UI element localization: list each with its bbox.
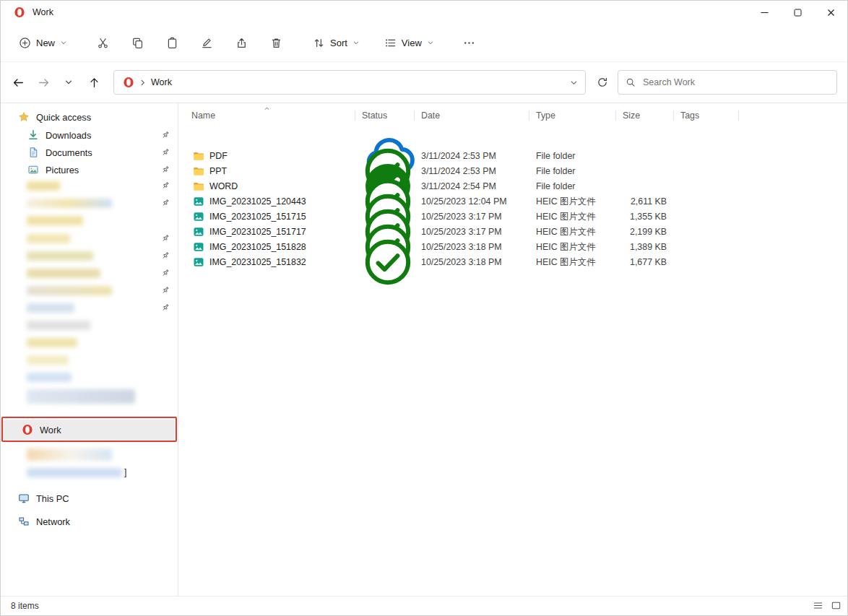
file-type: File folder [529, 181, 616, 191]
file-row[interactable]: PDF3/11/2024 2:53 PMFile folder [178, 129, 847, 144]
sidebar-item-redacted[interactable] [1, 213, 178, 227]
sidebar-item-redacted[interactable] [1, 447, 178, 462]
maximize-button[interactable] [781, 1, 814, 24]
column-headers: Name Status Date Type Size Tags [178, 106, 847, 125]
more-icon [463, 37, 475, 49]
sidebar-item-redacted[interactable] [1, 231, 178, 246]
sidebar-item-redacted[interactable] [1, 248, 178, 263]
cut-button[interactable] [88, 30, 117, 56]
file-type: HEIC 图片文件 [529, 256, 616, 269]
recent-locations-button[interactable] [59, 72, 79, 92]
address-dropdown-icon[interactable] [570, 79, 578, 87]
chevron-down-icon [427, 39, 434, 46]
star-icon [18, 111, 30, 123]
details-view-button[interactable] [810, 598, 826, 612]
rename-button[interactable] [192, 30, 221, 56]
sidebar-item-network[interactable]: Network [1, 513, 178, 530]
sidebar-item-quick-access[interactable]: Quick access [1, 108, 178, 126]
minimize-button[interactable] [748, 1, 781, 24]
sidebar-item-downloads[interactable]: Downloads [1, 126, 178, 144]
delete-button[interactable] [261, 30, 290, 56]
sidebar-item-pictures[interactable]: Pictures [1, 161, 178, 178]
pin-icon [160, 233, 170, 243]
app-icon [14, 6, 25, 18]
redacted-blur [27, 251, 93, 261]
forward-button[interactable] [33, 72, 53, 92]
sidebar-item-redacted[interactable] [1, 196, 178, 210]
file-name: IMG_20231025_151828 [209, 242, 306, 252]
file-name: IMG_20231025_151715 [209, 212, 306, 222]
command-toolbar: New Sort View [1, 24, 847, 62]
file-date: 10/25/2023 3:18 PM [415, 242, 529, 252]
redacted-blur [27, 448, 112, 461]
back-button[interactable] [8, 72, 28, 92]
sidebar-item-redacted[interactable] [1, 283, 178, 298]
cut-icon [97, 37, 109, 49]
redacted-blur [27, 216, 83, 225]
pin-icon [160, 198, 170, 208]
share-button[interactable] [227, 30, 256, 56]
rename-icon [201, 37, 213, 49]
sidebar-item-redacted[interactable] [1, 352, 178, 367]
column-header-type[interactable]: Type [529, 106, 616, 125]
sidebar-item-redacted[interactable] [1, 266, 178, 280]
file-type: File folder [529, 151, 616, 161]
downloads-icon [27, 129, 39, 141]
file-name: WORD [209, 181, 238, 191]
chevron-down-icon [352, 39, 360, 46]
sidebar-item-redacted[interactable] [1, 318, 178, 332]
sidebar-item-redacted[interactable] [1, 300, 178, 315]
file-name: PPT [209, 166, 227, 176]
file-type: HEIC 图片文件 [529, 211, 616, 223]
column-header-name[interactable]: Name [178, 106, 355, 125]
pin-icon [160, 251, 170, 261]
refresh-button[interactable] [592, 72, 613, 92]
column-header-date[interactable]: Date [415, 106, 529, 125]
folder-icon [193, 165, 204, 177]
sidebar-item-redacted[interactable] [1, 335, 178, 350]
pin-icon [160, 268, 170, 278]
breadcrumb-root-icon [123, 77, 134, 88]
view-button[interactable]: View [376, 30, 442, 56]
file-list-pane: Name Status Date Type Size Tags PDF3/11/… [178, 103, 847, 599]
file-explorer-window: Work New Sort View [0, 0, 848, 616]
heic-file-icon [193, 256, 204, 268]
sort-button[interactable]: Sort [305, 30, 368, 56]
thumbnails-view-button[interactable] [828, 598, 844, 612]
sidebar-item-redacted[interactable] [1, 178, 178, 193]
file-type: File folder [529, 166, 616, 176]
column-header-tags[interactable]: Tags [674, 106, 739, 125]
sidebar-item-documents[interactable]: Documents [1, 144, 178, 161]
column-header-status[interactable]: Status [355, 106, 415, 125]
address-bar[interactable]: Work [113, 70, 586, 95]
search-input[interactable] [641, 77, 829, 88]
file-name: IMG_20231025_120443 [209, 196, 306, 207]
up-button[interactable] [84, 72, 104, 92]
sidebar-item-work[interactable]: Work [3, 420, 175, 440]
pin-icon [160, 181, 170, 191]
heic-file-icon [193, 196, 204, 207]
breadcrumb-item[interactable]: Work [151, 77, 172, 87]
copy-button[interactable] [123, 30, 152, 56]
paste-icon [166, 37, 178, 49]
heic-file-icon [193, 226, 204, 238]
file-size: 2,611 KB [616, 196, 674, 207]
file-size: 2,199 KB [616, 227, 674, 237]
paste-button[interactable] [157, 30, 186, 56]
file-date: 10/25/2023 3:17 PM [415, 212, 529, 222]
titlebar: Work [1, 1, 847, 24]
heic-file-icon [193, 241, 204, 253]
column-header-size[interactable]: Size [616, 106, 674, 125]
sidebar-item-redacted[interactable]: ] [1, 465, 178, 480]
search-box[interactable] [618, 70, 837, 95]
more-button[interactable] [455, 30, 484, 56]
window-title: Work [33, 7, 53, 17]
sidebar-item-redacted[interactable] [1, 370, 178, 384]
close-button[interactable] [814, 1, 847, 24]
redacted-blur [27, 269, 100, 278]
redacted-blur [27, 303, 74, 313]
sort-icon [313, 37, 325, 49]
sidebar-item-redacted[interactable] [1, 388, 178, 405]
sidebar-item-this-pc[interactable]: This PC [1, 490, 178, 507]
new-button[interactable]: New [11, 30, 75, 56]
